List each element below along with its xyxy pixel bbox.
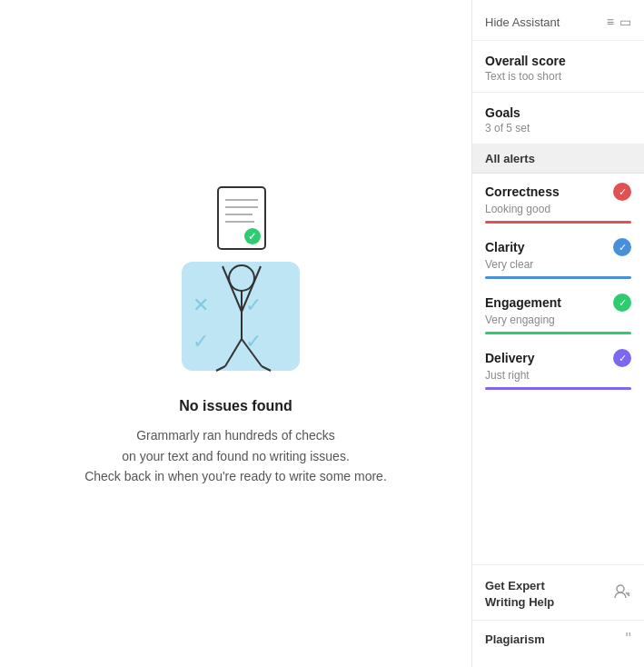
list-icon[interactable]: ≡ xyxy=(607,15,614,29)
metric-name: Clarity xyxy=(485,240,525,254)
metric-check-icon: ✓ xyxy=(613,238,631,256)
window-icon[interactable]: ▭ xyxy=(619,15,631,29)
overall-score-subtitle: Text is too short xyxy=(485,70,631,83)
plagiarism-section[interactable]: Plagiarism " xyxy=(472,620,644,658)
svg-text:✓: ✓ xyxy=(193,330,209,353)
svg-point-21 xyxy=(617,585,624,592)
metric-item[interactable]: Correctness ✓ Looking good xyxy=(472,174,644,229)
metrics-list: Correctness ✓ Looking good Clarity ✓ Ver… xyxy=(472,174,644,395)
header-icons: ≡ ▭ xyxy=(607,15,631,29)
metric-subtitle: Looking good xyxy=(485,203,631,215)
overall-score-section[interactable]: Overall score Text is too short xyxy=(472,41,644,93)
goals-title: Goals xyxy=(485,105,631,120)
no-issues-title: No issues found xyxy=(179,398,292,414)
sidebar-header: Hide Assistant ≡ ▭ xyxy=(472,0,644,41)
metric-bar xyxy=(485,221,631,224)
metric-bar xyxy=(485,387,631,390)
overall-score-title: Overall score xyxy=(485,54,631,68)
metric-name: Engagement xyxy=(485,295,561,310)
svg-text:✕: ✕ xyxy=(193,294,209,316)
metric-subtitle: Very engaging xyxy=(485,314,631,326)
metric-bar xyxy=(485,332,631,334)
goals-subtitle: 3 of 5 set xyxy=(485,122,631,134)
plagiarism-icon: " xyxy=(626,630,631,649)
svg-text:✓: ✓ xyxy=(245,330,262,353)
expert-writing-label: Get ExpertWriting Help xyxy=(485,578,554,611)
goals-section[interactable]: Goals 3 of 5 set xyxy=(472,93,644,144)
metric-check-icon: ✓ xyxy=(613,349,631,367)
metric-name: Correctness xyxy=(485,184,560,199)
no-issues-description: Grammarly ran hundreds of checks on your… xyxy=(84,425,387,486)
main-panel: ✕ ✓ ✓ ✓ ✓ xyxy=(0,0,471,667)
assistant-sidebar: Hide Assistant ≡ ▭ Overall score Text is… xyxy=(471,0,644,667)
expert-writing-icon xyxy=(611,582,631,606)
metric-subtitle: Just right xyxy=(485,369,631,382)
metric-check-icon: ✓ xyxy=(613,294,631,312)
plagiarism-label: Plagiarism xyxy=(485,632,545,646)
metric-item[interactable]: Clarity ✓ Very clear xyxy=(472,229,644,284)
all-alerts-tab[interactable]: All alerts xyxy=(472,144,644,174)
expert-writing-section[interactable]: Get ExpertWriting Help xyxy=(472,564,644,620)
metric-subtitle: Very clear xyxy=(485,258,631,271)
metric-name: Delivery xyxy=(485,351,534,365)
hide-assistant-label[interactable]: Hide Assistant xyxy=(485,15,560,29)
metric-item[interactable]: Engagement ✓ Very engaging xyxy=(472,284,644,340)
metric-item[interactable]: Delivery ✓ Just right xyxy=(472,340,644,395)
illustration: ✕ ✓ ✓ ✓ ✓ xyxy=(145,180,327,380)
metric-bar xyxy=(485,276,631,279)
metric-check-icon: ✓ xyxy=(613,183,631,201)
svg-text:✓: ✓ xyxy=(248,231,256,242)
